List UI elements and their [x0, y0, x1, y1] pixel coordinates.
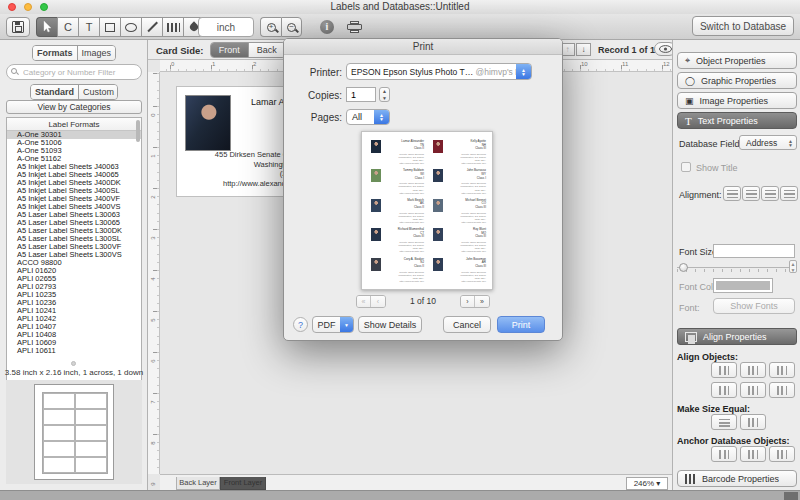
font-size-slider[interactable] [677, 262, 789, 272]
card-side-back[interactable]: Back [249, 43, 286, 57]
anchor-bottom-button[interactable] [769, 446, 795, 462]
print-button[interactable]: Print [497, 316, 545, 333]
align-objects-left-button[interactable] [711, 362, 737, 378]
printer-select[interactable]: EPSON Epson Stylus Photo T… @himvp's Mac… [346, 63, 532, 80]
formats-sidebar: Formats Images Standard Custom View by C… [0, 40, 148, 490]
info-button[interactable]: i [320, 20, 334, 34]
h-ruler-number: 11 [622, 61, 628, 67]
printer-value: EPSON Epson Stylus Photo T… @himvp's Mac… [347, 67, 516, 77]
align-objects-right-button[interactable] [769, 362, 795, 378]
tab-formats[interactable]: Formats [33, 46, 78, 60]
list-scrollbar[interactable] [136, 120, 140, 142]
database-field-select[interactable]: Address ▲▼ [739, 135, 797, 150]
align-center-button[interactable] [742, 186, 760, 201]
close-window-button[interactable] [8, 3, 16, 11]
tab-custom[interactable]: Custom [79, 85, 118, 99]
align-objects-center-button[interactable] [740, 362, 766, 378]
switch-to-database-button[interactable]: Switch to Database [692, 16, 794, 36]
zoom-out-button[interactable]: − [281, 17, 302, 37]
label-format-item[interactable]: APLI 10611 [7, 347, 141, 355]
align-objects-middle-button[interactable] [740, 382, 766, 398]
zoom-window-button[interactable] [40, 3, 48, 11]
zoom-in-button[interactable]: + [260, 17, 281, 37]
select-tool-button[interactable] [36, 17, 57, 37]
prev-page-button[interactable]: ‹ [371, 296, 385, 307]
align-right-button[interactable] [761, 186, 779, 201]
preview-name: Roy BluntMOClass III [446, 228, 486, 239]
font-size-stepper[interactable]: ▲▼ [789, 260, 797, 273]
graphic-properties-button[interactable]: ◯Graphic Properties [677, 72, 797, 89]
barcode-properties-button[interactable]: Barcode Properties [677, 470, 797, 487]
resize-grip[interactable] [784, 492, 798, 500]
show-fonts-button[interactable]: Show Fonts [713, 298, 795, 314]
copies-stepper[interactable]: ▲▼ [379, 87, 390, 102]
oval-tool-button[interactable] [120, 17, 141, 37]
align-justify-button[interactable] [780, 186, 798, 201]
help-button[interactable]: ? [293, 317, 308, 332]
align-properties-header[interactable]: Align Properties [677, 328, 797, 345]
show-title-checkbox[interactable] [681, 162, 691, 172]
next-page-button[interactable]: › [461, 296, 475, 307]
copies-input[interactable] [346, 87, 376, 102]
view-by-categories-button[interactable]: View by Categories [6, 100, 142, 114]
text-tool-button[interactable]: T [78, 17, 99, 37]
pages-select[interactable]: All ▲▼ [346, 109, 390, 125]
tab-standard[interactable]: Standard [31, 85, 79, 99]
align-justify-icon [784, 189, 795, 198]
preview-card: Richard BlumenthalCTClass IIISenate Offi… [368, 226, 426, 255]
cursor-icon [42, 21, 52, 33]
last-page-button[interactable]: » [475, 296, 489, 307]
unit-field[interactable] [198, 17, 254, 37]
slider-knob[interactable] [679, 263, 688, 272]
sheet-cell [75, 393, 107, 409]
line-tool-button[interactable] [141, 17, 162, 37]
preview-card: Roy BluntMOClass IIISenate Office Buildi… [430, 226, 488, 255]
canvas-zoom-select[interactable]: 246% ▾ [626, 477, 668, 490]
window-title: Labels and Databases::Untitled [331, 1, 470, 12]
anchor-db-buttons [711, 446, 795, 462]
image-properties-button[interactable]: ▣Image Properties [677, 92, 797, 109]
print-toolbar-button[interactable] [347, 21, 362, 32]
barcode-tool-button[interactable] [162, 17, 183, 37]
preview-address: Senate Office BuildingWashington, DC 205… [378, 182, 424, 194]
window-bottom-edge [0, 490, 800, 500]
rotate-tool-button[interactable]: C [57, 17, 78, 37]
font-color-well[interactable] [713, 278, 773, 293]
equal-height-button[interactable] [740, 414, 766, 430]
align-objects-row1 [711, 362, 795, 378]
cancel-button[interactable]: Cancel [443, 316, 491, 333]
preview-address: Senate Office BuildingWashington, DC 205… [378, 153, 424, 165]
first-page-button[interactable]: « [357, 296, 371, 307]
back-layer-tab[interactable]: Back Layer [176, 477, 220, 490]
anchor-left-button[interactable] [711, 446, 737, 462]
front-layer-tab[interactable]: Front Layer [220, 477, 266, 490]
card-side-front[interactable]: Front [211, 43, 249, 57]
align-left-button[interactable] [723, 186, 741, 201]
splitter-handle[interactable] [71, 361, 76, 366]
font-size-input[interactable] [713, 244, 795, 258]
anchor-center-button[interactable] [740, 446, 766, 462]
preview-name: Tammy BaldwinWIClass I [384, 169, 424, 180]
database-field-value: Address [746, 138, 777, 148]
show-details-button[interactable]: Show Details [358, 316, 422, 333]
filter-input[interactable] [6, 64, 142, 80]
h-ruler-number: 1 [212, 61, 215, 67]
card-portrait-photo[interactable] [185, 95, 231, 151]
properties-sidebar: ⌖Object Properties ◯Graphic Properties ▣… [672, 40, 800, 490]
equal-width-button[interactable] [711, 414, 737, 430]
align-properties-label: Align Properties [703, 332, 767, 342]
minimize-window-button[interactable] [24, 3, 32, 11]
sheet-cell [75, 457, 107, 473]
align-left-icon [727, 189, 738, 198]
eye-icon [659, 45, 672, 53]
tab-images[interactable]: Images [78, 46, 116, 60]
text-properties-button[interactable]: TText Properties [677, 112, 797, 129]
rectangle-tool-button[interactable] [99, 17, 120, 37]
align-objects-top-button[interactable] [711, 382, 737, 398]
preview-photo [371, 199, 381, 212]
pdf-menu-button[interactable]: PDF ▼ [312, 316, 354, 333]
save-button[interactable] [6, 17, 30, 37]
record-next-button[interactable]: ↓ [576, 43, 591, 56]
object-properties-button[interactable]: ⌖Object Properties [677, 52, 797, 69]
align-objects-bottom-button[interactable] [769, 382, 795, 398]
